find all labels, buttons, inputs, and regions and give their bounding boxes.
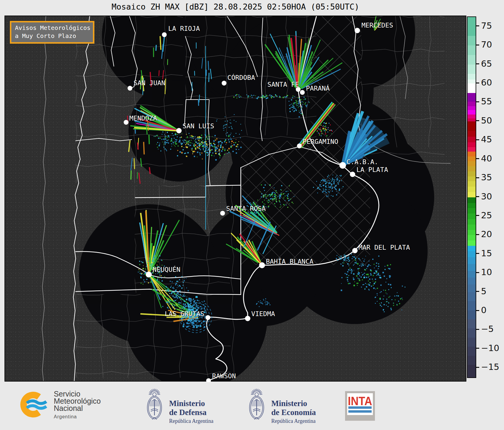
radar-mosaic-page: Mosaico ZH MAX [dBZ] 28.08.2025 02:50HOA… (0, 0, 504, 430)
colorbar-segment (468, 161, 476, 166)
colorbar-tick-label: 35 (481, 172, 492, 182)
colorbar-segment (468, 301, 476, 310)
colorbar-segment (468, 251, 476, 257)
colorbar-segment (468, 284, 476, 292)
smn-logo-icon (19, 389, 50, 420)
economia-line-2: de Economía (271, 408, 316, 417)
smn-line-4: Argentina (54, 413, 101, 420)
radar-map (4, 16, 466, 382)
colorbar-segment (468, 83, 476, 93)
colorbar-tick-label: 70 (481, 39, 492, 50)
colorbar-segment (468, 93, 476, 102)
colorbar-tick (476, 367, 479, 368)
colorbar-tick-label: −10 (481, 343, 499, 353)
colorbar-segment (468, 235, 476, 240)
colorbar-tick-label: 55 (481, 97, 492, 107)
colorbar-tick (476, 83, 479, 83)
dbz-colorbar (467, 16, 476, 378)
colorbar-tick-label: 5 (481, 286, 486, 296)
colorbar-segment (468, 192, 476, 197)
economia-line-1: Ministerio (271, 399, 316, 408)
colorbar-tick (476, 253, 479, 254)
colorbar-segment (468, 147, 476, 152)
smn-line-1: Servicio (54, 390, 101, 397)
colorbar-segment (468, 115, 476, 118)
defensa-line-3: República Argentina (169, 418, 213, 424)
colorbar-tick (476, 139, 479, 140)
colorbar-segment (468, 197, 476, 203)
colorbar-segment (468, 171, 476, 176)
colorbar-segment (468, 45, 476, 55)
colorbar-segment (468, 264, 476, 271)
page-title: Mosaico ZH MAX [dBZ] 28.08.2025 02:50HOA… (0, 2, 471, 11)
colorbar-tick (476, 101, 479, 102)
defensa-line-2: de Defensa (169, 408, 213, 417)
colorbar-segment (468, 166, 476, 172)
colorbar-tick-label: 30 (481, 191, 492, 202)
colorbar-segment (468, 17, 476, 36)
colorbar-segment (468, 118, 476, 122)
colorbar-tick (476, 291, 479, 292)
colorbar-segment (468, 55, 476, 65)
colorbar-tick-label: 0 (481, 305, 486, 315)
colorbar-segment (468, 156, 476, 161)
colorbar-segment (468, 225, 476, 230)
colorbar-segment (468, 328, 476, 338)
ministerio-defensa-wordmark: Ministerio de Defensa República Argentin… (169, 399, 213, 424)
smn-line-2: Meteorológico (54, 397, 101, 405)
colorbar-segment (468, 214, 476, 219)
colorbar-segment (468, 277, 476, 284)
colorbar-tick-label: 10 (481, 267, 492, 277)
colorbar-tick-label: −15 (481, 362, 499, 372)
colorbar-tick (476, 120, 479, 121)
inta-bar-icon (348, 410, 372, 413)
colorbar-tick-label: 20 (481, 229, 492, 240)
smn-wordmark: Servicio Meteorológico Nacional Argentin… (54, 390, 101, 420)
colorbar-segment (468, 338, 476, 347)
colorbar-segment (468, 102, 476, 106)
colorbar-tick (476, 329, 479, 330)
colorbar-tick-label: 40 (481, 153, 492, 164)
alert-line-1: Avisos Meteorológicos (15, 24, 91, 31)
colorbar-segment (468, 319, 476, 329)
colorbar-tick-label: 15 (481, 248, 492, 258)
coat-of-arms-icon (246, 388, 268, 424)
colorbar-segment (468, 121, 476, 131)
colorbar-segment (468, 365, 476, 378)
colorbar-tick (476, 310, 479, 311)
colorbar-tick (476, 272, 479, 273)
colorbar-segment (468, 181, 476, 187)
colorbar-tick (476, 196, 479, 197)
colorbar-segment (468, 142, 476, 147)
alert-overlay-box[interactable]: Avisos Meteorológicosa Muy Corto Plazo (10, 21, 94, 44)
colorbar-segment (468, 137, 476, 143)
colorbar-tick-label: 75 (481, 21, 492, 31)
colorbar-segment (468, 80, 476, 83)
colorbar-segment (468, 271, 476, 278)
colorbar-tick (476, 215, 479, 216)
colorbar-tick-label: 60 (481, 77, 492, 88)
colorbar-segment (468, 292, 476, 301)
colorbar-tick (476, 348, 479, 349)
colorbar-tick-label: 45 (481, 135, 492, 145)
colorbar-segment (468, 36, 476, 45)
colorbar-segment (468, 74, 476, 80)
inta-wordmark: INTA (347, 394, 373, 408)
ministerio-economia-wordmark: Ministerio de Economía República Argenti… (271, 399, 316, 424)
inta-logo-inner: INTA (347, 393, 373, 415)
footer-logos: Servicio Meteorológico Nacional Argentin… (0, 382, 504, 430)
alert-line-2: a Muy Corto Plazo (15, 32, 76, 39)
colorbar-tick (476, 45, 479, 45)
colorbar-segment (468, 203, 476, 208)
colorbar-tick-label: 25 (481, 210, 492, 220)
colorbar-tick (476, 25, 479, 26)
colorbar-segment (468, 246, 476, 251)
colorbar-segment (468, 347, 476, 356)
colorbar-segment (468, 208, 476, 214)
colorbar-segment (468, 310, 476, 320)
colorbar-segment (468, 230, 476, 235)
economia-line-3: República Argentina (271, 418, 316, 424)
defensa-line-1: Ministerio (169, 399, 213, 408)
colorbar-segment (468, 106, 476, 110)
colorbar-segment (468, 257, 476, 264)
